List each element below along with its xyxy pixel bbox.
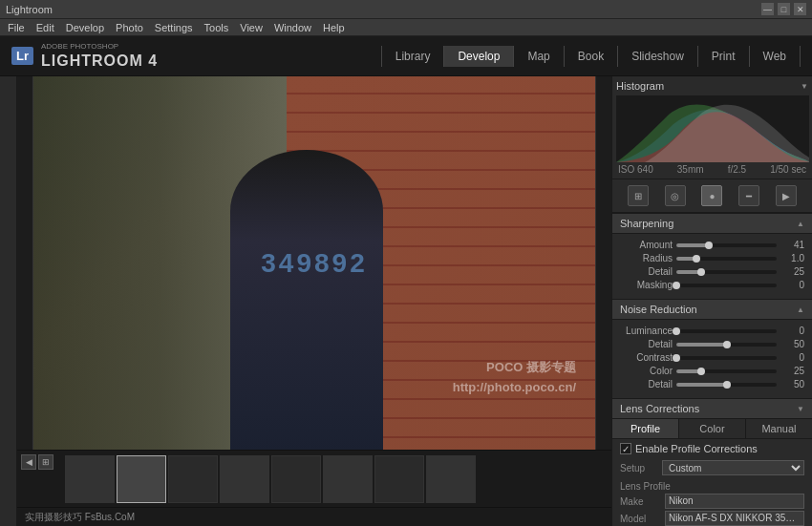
- noise-title: Noise Reduction: [620, 304, 697, 315]
- titlebar: Lightroom — □ ✕: [0, 0, 812, 19]
- film-thumbnail[interactable]: [323, 455, 373, 503]
- maximize-button[interactable]: □: [778, 3, 790, 15]
- menu-tools[interactable]: Tools: [204, 22, 229, 33]
- lum-detail-track[interactable]: [676, 343, 777, 347]
- tool-crop[interactable]: ⊞: [628, 185, 649, 206]
- left-panel: [0, 76, 17, 526]
- tab-print[interactable]: Print: [698, 46, 750, 67]
- filmstrip-grid-btn[interactable]: ⊞: [38, 454, 53, 470]
- tab-manual[interactable]: Manual: [746, 419, 812, 438]
- tool-gradient[interactable]: ━: [738, 185, 759, 206]
- histogram-collapse-icon[interactable]: ▼: [801, 82, 808, 91]
- amount-track[interactable]: [676, 243, 777, 247]
- tool-icons-bar: ⊞ ◎ ● ━ ▶: [612, 179, 812, 213]
- app-title: ADOBE PHOTOSHOP LIGHTROOM 4: [41, 42, 158, 70]
- tab-profile[interactable]: Profile: [612, 419, 679, 438]
- menubar: File Edit Develop Photo Settings Tools V…: [0, 19, 812, 36]
- menu-photo[interactable]: Photo: [116, 22, 143, 33]
- lens-corrections-header[interactable]: Lens Corrections ▼: [612, 398, 812, 419]
- photo-background: 349892 POCO 摄影专题 http://photo.poco.cn/: [33, 76, 595, 450]
- menu-settings[interactable]: Settings: [155, 22, 193, 33]
- model-row: Model Nikon AF-S DX NIKKOR 35mm...: [620, 511, 804, 526]
- setup-select[interactable]: Custom Default: [662, 460, 804, 475]
- contrast-value: 0: [780, 352, 804, 363]
- sharpening-collapse-icon: ▲: [797, 220, 804, 228]
- tool-redeye[interactable]: ●: [701, 185, 722, 206]
- color-track[interactable]: [676, 369, 777, 373]
- model-value[interactable]: Nikon AF-S DX NIKKOR 35mm...: [665, 511, 804, 526]
- tool-adjustment[interactable]: ▶: [776, 185, 797, 206]
- radius-track[interactable]: [676, 257, 777, 261]
- sharpening-title: Sharpening: [620, 218, 673, 229]
- lens-profile-title: Lens Profile: [620, 481, 804, 492]
- color-detail-track[interactable]: [676, 383, 777, 387]
- noise-collapse-icon: ▲: [797, 305, 804, 314]
- menu-edit[interactable]: Edit: [36, 22, 54, 33]
- filmstrip[interactable]: ◀ ⊞: [17, 450, 611, 507]
- sharpening-sliders: Amount 41 Radius 1.0 Detail: [612, 234, 812, 299]
- tab-slideshow[interactable]: Slideshow: [618, 46, 698, 67]
- radius-label: Radius: [620, 253, 673, 263]
- film-thumbnail[interactable]: [65, 455, 115, 503]
- minimize-button[interactable]: —: [761, 3, 774, 15]
- luminance-track[interactable]: [676, 329, 777, 333]
- lum-detail-label: Detail: [620, 339, 673, 349]
- enable-checkbox[interactable]: ✓: [620, 443, 631, 454]
- photo-container[interactable]: 349892 POCO 摄影专题 http://photo.poco.cn/: [17, 76, 611, 450]
- noise-sliders: Luminance 0 Detail 50 Contrast: [612, 320, 812, 398]
- contrast-row: Contrast 0: [620, 352, 804, 363]
- luminance-label: Luminance: [620, 326, 673, 336]
- header: Lr ADOBE PHOTOSHOP LIGHTROOM 4 Library D…: [0, 36, 812, 76]
- masking-track[interactable]: [676, 284, 777, 287]
- tab-develop[interactable]: Develop: [444, 46, 514, 67]
- setup-label: Setup: [620, 463, 658, 473]
- sharpening-detail-row: Detail 25: [620, 266, 804, 277]
- tab-map[interactable]: Map: [514, 46, 564, 67]
- film-thumbnail[interactable]: [168, 455, 218, 503]
- menu-develop[interactable]: Develop: [66, 22, 104, 33]
- film-thumbnail[interactable]: [117, 455, 166, 503]
- histogram-canvas: [616, 95, 809, 162]
- histogram-header: Histogram ▼: [616, 80, 808, 92]
- detail-track[interactable]: [676, 270, 777, 274]
- sharpening-header[interactable]: Sharpening ▲: [612, 213, 812, 234]
- film-thumbnail[interactable]: [374, 455, 424, 503]
- color-row: Color 25: [620, 366, 804, 376]
- tab-web[interactable]: Web: [750, 46, 801, 67]
- menu-help[interactable]: Help: [323, 22, 345, 33]
- contrast-label: Contrast: [620, 352, 673, 363]
- exif-iso: ISO 640: [618, 164, 653, 175]
- amount-label: Amount: [620, 240, 673, 250]
- film-thumbnail[interactable]: [426, 455, 476, 503]
- radius-value: 1.0: [780, 253, 804, 263]
- watermark-line1: POCO 摄影专题: [453, 358, 576, 378]
- lum-detail-value: 50: [780, 339, 804, 349]
- tool-spot[interactable]: ◎: [665, 185, 686, 206]
- film-thumbnail[interactable]: [220, 455, 269, 503]
- color-value: 25: [780, 366, 804, 376]
- tab-library[interactable]: Library: [381, 46, 445, 67]
- make-row: Make Nikon: [620, 494, 804, 509]
- lum-detail-row: Detail 50: [620, 339, 804, 349]
- contrast-track[interactable]: [676, 356, 777, 360]
- noise-reduction-header[interactable]: Noise Reduction ▲: [612, 299, 812, 320]
- tab-color[interactable]: Color: [679, 419, 746, 438]
- film-thumbnail[interactable]: [271, 455, 321, 503]
- enable-label: Enable Profile Corrections: [635, 443, 758, 454]
- close-button[interactable]: ✕: [794, 3, 806, 15]
- make-value[interactable]: Nikon: [665, 494, 804, 509]
- histogram-info: ISO 640 35mm f/2.5 1/50 sec: [616, 164, 808, 175]
- histogram-section: Histogram ▼ ISO 640: [612, 76, 812, 179]
- lens-collapse-icon: ▼: [797, 405, 804, 413]
- photo-watermark: POCO 摄影专题 http://photo.poco.cn/: [453, 358, 576, 398]
- adobe-label: ADOBE PHOTOSHOP: [41, 42, 158, 52]
- menu-window[interactable]: Window: [274, 22, 311, 33]
- make-label: Make: [620, 496, 663, 507]
- photo-frame: 349892 POCO 摄影专题 http://photo.poco.cn/: [32, 76, 596, 450]
- menu-view[interactable]: View: [240, 22, 263, 33]
- tab-book[interactable]: Book: [565, 46, 618, 67]
- filmstrip-left-btn[interactable]: ◀: [21, 454, 36, 470]
- detail-value: 25: [780, 266, 804, 277]
- enable-profile-row[interactable]: ✓ Enable Profile Corrections: [612, 439, 812, 458]
- menu-file[interactable]: File: [8, 22, 25, 33]
